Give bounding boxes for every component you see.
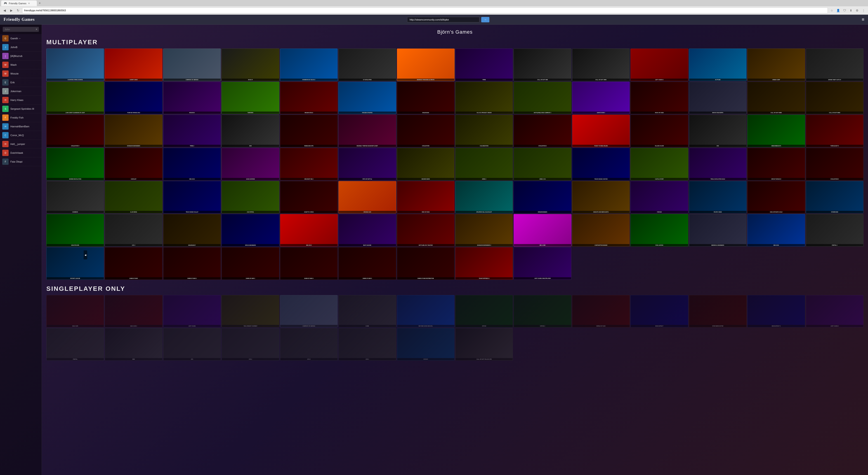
sidebar-toggle-button[interactable]: ◀ bbox=[84, 250, 87, 260]
game-tile[interactable]: RISK OF RAIN bbox=[397, 181, 455, 213]
game-tile[interactable]: CIVILIZATION bbox=[397, 115, 455, 147]
game-tile[interactable]: ROCKET LEAGUE bbox=[46, 247, 104, 280]
game-tile[interactable]: GREED CORP bbox=[747, 48, 805, 81]
game-tile[interactable]: CRYSIS 2 bbox=[514, 295, 571, 328]
bookmark-icon[interactable]: ☆ bbox=[829, 8, 835, 13]
game-tile[interactable]: BATTLEFIELD BAD COMPANY 2 bbox=[514, 82, 571, 114]
game-tile[interactable]: LEFT 4 DEAD 2 bbox=[630, 48, 688, 81]
game-tile[interactable]: BEAT HAZARD bbox=[338, 214, 396, 246]
game-tile[interactable]: DAWN OF WAR 5 bbox=[338, 247, 396, 280]
game-tile[interactable]: CRYSIS bbox=[455, 295, 513, 328]
friend-item[interactable]: EErik bbox=[0, 78, 41, 87]
game-tile[interactable]: COMPANY OF HEROES bbox=[163, 48, 221, 81]
shield-icon[interactable]: 🛡 bbox=[842, 8, 847, 13]
game-tile[interactable]: TERRARIA bbox=[221, 82, 279, 114]
friend-item[interactable]: DDutchHawk bbox=[0, 148, 41, 157]
refresh-button[interactable]: ↻ bbox=[16, 8, 21, 13]
game-tile[interactable]: GTA bbox=[163, 328, 221, 361]
address-input[interactable] bbox=[24, 9, 826, 12]
friend-item[interactable]: HHannahBamBam bbox=[0, 122, 41, 131]
game-tile[interactable]: PACIFIC SKIES bbox=[689, 181, 747, 213]
game-tile[interactable]: BATTLEBLOCK THEATER bbox=[397, 214, 455, 246]
game-tile[interactable]: DAWN OF WAR 2 bbox=[163, 247, 221, 280]
game-tile[interactable]: RENEGADE OPS bbox=[280, 115, 338, 147]
game-tile[interactable]: ACE PATROL bbox=[221, 181, 279, 213]
friend-item[interactable]: GGareth ← bbox=[0, 34, 41, 43]
game-tile[interactable]: CALL OF DUTY BLACK OPS bbox=[455, 328, 513, 361]
game-tile[interactable]: ORE MUST DIE 2 bbox=[280, 148, 338, 180]
game-tile[interactable]: F.E.A.R.2 PROJECT ORIGIN bbox=[455, 82, 513, 114]
game-tile[interactable]: ASSETTO CORSA bbox=[280, 181, 338, 213]
game-tile[interactable]: TRINE 2 bbox=[163, 115, 221, 147]
game-tile[interactable]: WORLD OF GOD bbox=[572, 295, 630, 328]
game-tile[interactable]: MEDIEVAL ENGINEERS bbox=[689, 214, 747, 246]
game-tile[interactable]: ARMA 2 bbox=[455, 148, 513, 180]
game-tile[interactable]: JUST CAUSE 2 bbox=[806, 295, 864, 328]
game-tile[interactable]: PORTAL bbox=[46, 328, 104, 361]
game-tile[interactable]: CIRCUIT MONACO bbox=[747, 148, 805, 180]
game-tile[interactable]: THE LONGEST JOURNEY bbox=[221, 295, 279, 328]
game-tile[interactable]: TORCHLIGHT II bbox=[806, 115, 864, 147]
game-tile[interactable]: TRACK MANIA CANYON bbox=[572, 148, 630, 180]
download-icon[interactable]: ⬇ bbox=[848, 8, 854, 13]
game-tile[interactable]: CIVILIZATION 5 bbox=[806, 148, 864, 180]
search-container[interactable]: × bbox=[3, 27, 39, 32]
friend-item[interactable]: JJokerman bbox=[0, 87, 41, 96]
game-tile[interactable]: CIVILIZATION 3 bbox=[514, 115, 571, 147]
game-tile[interactable]: GTA 2 bbox=[221, 328, 279, 361]
game-tile[interactable]: PATH OF BATTLE bbox=[338, 148, 396, 180]
game-tile[interactable]: DUNGEON DEFENDERS bbox=[105, 115, 162, 147]
game-tile[interactable]: COMPANY OF HEROES bbox=[280, 295, 338, 328]
game-tile[interactable]: SPEEDRUNNERS bbox=[514, 181, 571, 213]
game-tile[interactable]: TRACK MANIA VALLEY bbox=[163, 181, 221, 213]
game-tile[interactable]: RAILROADS bbox=[397, 82, 455, 114]
game-tile[interactable]: GAME bbox=[338, 295, 396, 328]
settings-icon[interactable]: ⚙ bbox=[855, 8, 860, 13]
game-tile[interactable]: CALL OF DUTY MW3 bbox=[747, 82, 805, 114]
back-button[interactable]: ◀ bbox=[2, 8, 7, 13]
game-tile[interactable]: KRAUTSCAPE bbox=[46, 214, 104, 246]
game-tile[interactable]: GTA 4 bbox=[338, 328, 396, 361]
game-tile[interactable]: DAWN OF WAR 4 bbox=[280, 247, 338, 280]
game-tile[interactable]: DAWN OF WAR 3 bbox=[221, 247, 279, 280]
game-tile[interactable]: MASS EFFECT 2 bbox=[747, 295, 805, 328]
game-tile[interactable]: SAINTS ROW 3 bbox=[572, 82, 630, 114]
game-tile[interactable]: TRINE bbox=[455, 48, 513, 81]
game-tile[interactable]: ALAN WAKE bbox=[105, 181, 162, 213]
game-tile[interactable]: VVVVVV bbox=[397, 328, 455, 361]
friend-item[interactable]: HHarry Klaas bbox=[0, 96, 41, 105]
game-tile[interactable]: CIVILIZATION V bbox=[46, 115, 104, 147]
game-tile[interactable]: DNK bbox=[105, 328, 162, 361]
game-tile[interactable]: GIANA SISTERS bbox=[221, 148, 279, 180]
game-tile[interactable]: JUST CAUSE bbox=[163, 295, 221, 328]
game-tile[interactable]: CONTRAPTION MAKER bbox=[572, 214, 630, 246]
friend-item[interactable]: [[IA]Muzrub bbox=[0, 52, 41, 61]
game-tile[interactable]: INSURGENCY bbox=[163, 214, 221, 246]
game-tile[interactable]: BURNOUT PARADISE ULTIMATE bbox=[397, 48, 455, 81]
game-tile[interactable]: DS2 bbox=[689, 115, 747, 147]
forward-button[interactable]: ▶ bbox=[8, 8, 14, 13]
game-tile[interactable]: DUNGEON DEFENDERS 2 bbox=[455, 214, 513, 246]
friend-item[interactable]: SSergeant Sprinkles III bbox=[0, 105, 41, 113]
friend-item[interactable]: JJohnB bbox=[0, 43, 41, 52]
search-input[interactable] bbox=[4, 28, 36, 31]
game-tile[interactable]: SANDBOX bbox=[46, 181, 104, 213]
friend-item[interactable]: FFreddy Fish bbox=[0, 113, 41, 122]
go-button[interactable]: → bbox=[481, 17, 489, 22]
game-tile[interactable]: GT EVOLUTION bbox=[338, 48, 396, 81]
game-tile[interactable]: TRIALS EVOLUTION GOLD bbox=[689, 148, 747, 180]
game-tile[interactable]: KING ARTHUR'S GOLD bbox=[747, 181, 805, 213]
game-tile[interactable]: CALL OF DUTY MW bbox=[514, 48, 571, 81]
address-bar[interactable] bbox=[22, 7, 828, 13]
game-tile[interactable]: IBB & OBB bbox=[514, 214, 571, 246]
game-tile[interactable]: RACE 07 bbox=[221, 48, 279, 81]
game-tile[interactable]: GTA V bbox=[105, 214, 162, 246]
game-tile[interactable]: HALF-LIFE bbox=[46, 295, 104, 328]
game-tile[interactable]: FORCED bbox=[630, 181, 688, 213]
game-tile[interactable]: SPACE ENGINEERS bbox=[221, 214, 279, 246]
game-tile[interactable]: ROCK OF AGES bbox=[630, 82, 688, 114]
game-tile[interactable]: NBA 2K16 bbox=[747, 214, 805, 246]
game-tile[interactable]: COLONIZATION bbox=[455, 115, 513, 147]
game-tile[interactable]: ORANGE SUN bbox=[338, 181, 396, 213]
game-tile[interactable]: SPLINTER CELL BLACKLIST bbox=[455, 181, 513, 213]
